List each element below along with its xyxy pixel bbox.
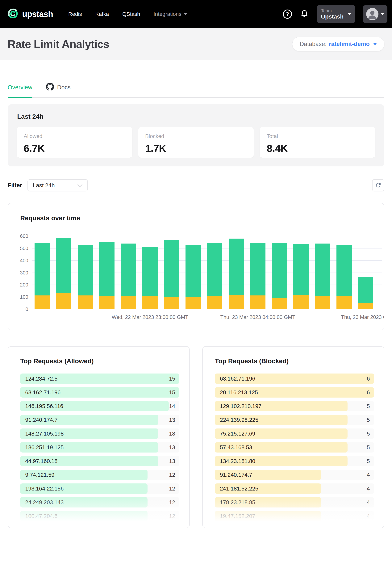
stat-label: Allowed	[24, 133, 125, 139]
bell-icon	[300, 9, 309, 19]
refresh-button[interactable]	[372, 179, 384, 191]
bar	[142, 247, 158, 309]
nav-right: ? Team Upstash	[283, 5, 387, 23]
list-item: 24.249.203.14312	[20, 497, 179, 508]
bar-segment-allowed	[358, 277, 373, 303]
bar	[164, 240, 179, 309]
row-ip: 20.116.213.125	[220, 389, 258, 396]
bar-segment-allowed	[272, 243, 287, 298]
nav-item-kafka[interactable]: Kafka	[95, 11, 109, 17]
row-count: 6	[367, 376, 370, 382]
team-switcher[interactable]: Team Upstash	[317, 5, 355, 23]
row-count: 13	[169, 458, 175, 464]
row-count: 15	[169, 389, 175, 396]
row-ip: 91.240.174.7	[220, 472, 252, 478]
row-ip: 9.74.121.59	[25, 472, 54, 478]
row-ip: 91.240.174.7	[25, 417, 57, 423]
tab-docs[interactable]: Docs	[46, 83, 71, 98]
y-tick-label: 300	[8, 270, 28, 276]
row-count: 4	[367, 472, 370, 478]
help-button[interactable]: ?	[283, 10, 292, 19]
list-item: 224.139.98.2255	[215, 415, 374, 425]
list-item: 9.74.121.5912	[20, 470, 179, 480]
nav-item-integrations[interactable]: Integrations	[154, 11, 187, 17]
chart-title: Requests over time	[20, 214, 382, 222]
account-menu[interactable]	[363, 5, 387, 23]
bar	[358, 277, 373, 309]
bar-segment-allowed	[78, 245, 93, 295]
row-ip: 146.195.56.116	[25, 403, 63, 409]
bar-segment-allowed	[315, 243, 330, 296]
nav-item-qstash[interactable]: QStash	[122, 11, 140, 17]
list-item: 91.240.174.74	[215, 470, 374, 480]
top-blocked-rows: 63.162.71.196620.116.213.1256129.102.210…	[215, 374, 374, 521]
bar-segment-blocked	[186, 297, 201, 309]
row-ip: 100.47.204.6	[25, 513, 57, 519]
bar-segment-blocked	[272, 298, 287, 309]
requests-chart-card: Requests over time 0100200300400500600We…	[8, 203, 384, 330]
bar	[229, 238, 244, 309]
bar	[272, 243, 287, 309]
bar-segment-blocked	[34, 295, 50, 309]
bar-segment-blocked	[121, 296, 136, 309]
top-blocked-title: Top Requests (Blocked)	[215, 357, 374, 365]
upstash-logo-icon	[8, 8, 19, 20]
chevron-down-icon	[348, 13, 351, 15]
y-tick-label: 200	[8, 282, 28, 288]
row-count: 5	[367, 444, 370, 451]
brand-wordmark: upstash	[22, 9, 53, 19]
page-header: Rate Limit Analytics Database: ratelimit…	[0, 28, 392, 60]
list-item: 75.215.127.695	[215, 429, 374, 439]
tab-overview[interactable]: Overview	[8, 83, 32, 98]
notifications-button[interactable]	[300, 9, 309, 19]
stat-label: Total	[267, 133, 368, 139]
stat-value: 1.7K	[145, 142, 247, 154]
bar-segment-blocked	[336, 296, 352, 309]
row-count: 14	[169, 403, 175, 409]
filter-row: Filter Last 24h	[8, 179, 384, 191]
bar-segment-blocked	[250, 295, 266, 309]
list-item: 129.102.210.1975	[215, 401, 374, 411]
row-ip: 178.23.218.85	[220, 499, 255, 506]
team-name: Upstash	[321, 13, 344, 20]
stats-title: Last 24h	[17, 113, 375, 120]
help-icon: ?	[283, 10, 292, 19]
bar-segment-blocked	[78, 295, 93, 309]
row-count: 5	[367, 403, 370, 409]
bar-segment-allowed	[250, 243, 266, 295]
database-selector[interactable]: Database: ratelimit-demo	[292, 37, 384, 51]
y-tick-label: 400	[8, 257, 28, 263]
upstash-brand[interactable]: upstash	[8, 8, 53, 20]
row-ip: 19.47.152.207	[220, 513, 255, 519]
x-tick-label: Thu, 23 Mar 2023 04:00:00 GMT	[220, 314, 295, 320]
row-count: 13	[169, 444, 175, 451]
row-count: 13	[169, 417, 175, 423]
bar-segment-blocked	[56, 293, 71, 309]
row-ip: 129.102.210.197	[220, 403, 262, 409]
user-avatar	[366, 8, 378, 20]
nav-item-redis[interactable]: Redis	[68, 11, 82, 17]
time-range-select[interactable]: Last 24h	[28, 179, 88, 191]
list-item: 63.162.71.1966	[215, 374, 374, 384]
row-count: 5	[367, 417, 370, 423]
bar-segment-allowed	[99, 242, 114, 296]
top-blocked-card: Top Requests (Blocked) 63.162.71.196620.…	[202, 346, 384, 528]
list-item: 146.195.56.11614	[20, 401, 179, 411]
stat-card-allowed: Allowed 6.7K	[17, 127, 132, 158]
row-ip: 57.43.168.53	[220, 444, 252, 451]
row-ip: 44.97.160.18	[25, 458, 57, 464]
top-nav: upstash Redis Kafka QStash Integrations …	[0, 0, 392, 28]
row-ip: 124.234.72.5	[25, 376, 57, 382]
bar	[293, 244, 309, 309]
bar-segment-allowed	[336, 245, 352, 296]
row-count: 12	[169, 513, 175, 519]
y-tick-label: 100	[8, 294, 28, 300]
database-label: Database:	[300, 41, 327, 48]
list-item: 178.23.218.854	[215, 497, 374, 508]
tab-bar: Overview Docs	[8, 60, 384, 98]
list-item: 124.234.72.515	[20, 374, 179, 384]
row-ip: 63.162.71.196	[25, 389, 61, 396]
row-ip: 134.23.181.80	[220, 458, 255, 464]
bar	[250, 243, 266, 309]
stat-value: 8.4K	[267, 142, 368, 154]
